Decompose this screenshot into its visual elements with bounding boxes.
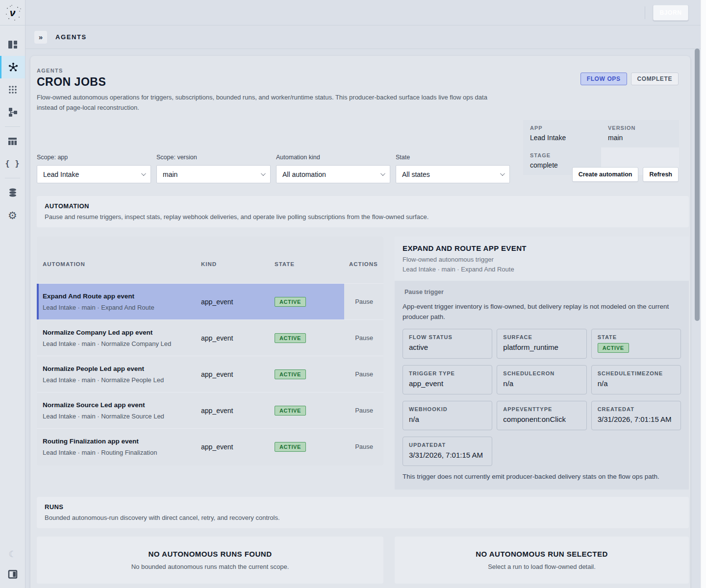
state-cell: ACTIVE bbox=[275, 333, 350, 343]
automation-cell: Normalize Source Led app eventLead Intak… bbox=[43, 401, 201, 420]
trigger-field: UPDATEDAT3/31/2026, 7:01:15 AM bbox=[403, 437, 492, 466]
table-row: Expand And Route app eventLead Intake · … bbox=[37, 283, 383, 319]
trigger-field-value: active bbox=[409, 343, 486, 351]
filter-label: Automation kind bbox=[276, 154, 390, 161]
table-row: Routing Finalization app eventLead Intak… bbox=[37, 428, 383, 465]
pause-button[interactable]: Pause bbox=[355, 298, 373, 305]
filter-label: Scope: app bbox=[37, 154, 151, 161]
trigger-field-value: n/a bbox=[503, 379, 580, 388]
trigger-field-label: WEBHOOKID bbox=[409, 406, 486, 412]
automation-row-button[interactable]: Normalize People Led app eventLead Intak… bbox=[37, 356, 344, 392]
trigger-field: SURFACEplatform_runtime bbox=[497, 329, 586, 359]
grid-dots-icon bbox=[8, 85, 17, 94]
runs-empty-detail-card: NO AUTONOMOUS RUN SELECTED Select a run … bbox=[395, 537, 689, 584]
logo-glyph: ν bbox=[10, 7, 16, 19]
actions-cell: Pause bbox=[344, 284, 383, 319]
scope-version-label: VERSION bbox=[608, 125, 672, 131]
filter-select-1[interactable]: main bbox=[156, 165, 271, 183]
pause-button[interactable]: Pause bbox=[355, 370, 373, 378]
sidebar-expand-button[interactable]: » bbox=[34, 31, 47, 44]
trigger-field-value: n/a bbox=[409, 415, 486, 423]
main-content: AGENTS CRON JOBS Flow-owned autonomous o… bbox=[30, 56, 690, 588]
filter-select-2[interactable]: All automation bbox=[276, 165, 390, 183]
automation-cell: Expand And Route app eventLead Intake · … bbox=[43, 293, 201, 311]
flow-ops-toggle[interactable]: FLOW OPS bbox=[580, 73, 627, 85]
automation-split: AUTOMATION KIND STATE ACTIONS Expand And… bbox=[37, 237, 689, 490]
trigger-field-label: FLOW STATUS bbox=[409, 334, 486, 340]
filter-label: State bbox=[396, 154, 510, 161]
automation-subtitle: Lead Intake · main · Normalize Company L… bbox=[43, 340, 201, 347]
sidebar-item-pipeline[interactable] bbox=[0, 101, 25, 123]
actions-cell: Pause bbox=[344, 356, 383, 392]
filter-selected-value: All states bbox=[402, 171, 430, 178]
automation-subtitle: Lead Intake · main · Normalize People Le… bbox=[43, 376, 201, 384]
column-header-state: STATE bbox=[275, 261, 349, 267]
kind-cell: app_event bbox=[201, 298, 275, 306]
filter-select-3[interactable]: All states bbox=[396, 165, 510, 183]
kind-cell: app_event bbox=[201, 443, 275, 451]
filter-group-0: Scope: appLead Intake bbox=[37, 154, 151, 183]
table-row: Normalize Source Led app eventLead Intak… bbox=[37, 392, 383, 428]
complete-toggle[interactable]: COMPLETE bbox=[631, 73, 679, 85]
sidebar-item-apps[interactable] bbox=[0, 78, 25, 101]
trigger-field-label: CREATEDAT bbox=[598, 406, 675, 412]
trigger-field-label: STATE bbox=[598, 334, 675, 340]
scrollbar-track[interactable] bbox=[701, 0, 706, 588]
user-button[interactable]: BJORN bbox=[653, 5, 688, 21]
automation-row-button[interactable]: Normalize Source Led app eventLead Intak… bbox=[37, 392, 344, 428]
trigger-field: FLOW STATUSactive bbox=[403, 329, 492, 359]
automation-title: Expand And Route app event bbox=[43, 293, 201, 300]
topbar-divider bbox=[645, 6, 645, 19]
app-logo[interactable]: ν bbox=[0, 0, 25, 25]
theme-toggle[interactable]: ☾ bbox=[8, 549, 16, 560]
page-header: AGENTS CRON JOBS Flow-owned autonomous o… bbox=[37, 62, 689, 189]
sidebar-item-tables[interactable] bbox=[0, 130, 25, 152]
automation-section-title: AUTOMATION bbox=[45, 202, 681, 210]
sidebar-item-settings[interactable]: ⚙ bbox=[0, 204, 25, 226]
pause-button[interactable]: Pause bbox=[355, 407, 373, 414]
panel-toggle[interactable] bbox=[8, 569, 18, 581]
table-body: Expand And Route app eventLead Intake · … bbox=[37, 283, 383, 465]
runs-empty-detail-title: NO AUTONOMOUS RUN SELECTED bbox=[476, 550, 608, 558]
kind-cell: app_event bbox=[201, 407, 275, 415]
topbar: BJORN bbox=[25, 0, 706, 25]
sidebar-divider bbox=[5, 126, 20, 127]
runs-section-title: RUNS bbox=[45, 503, 681, 511]
braces-icon: { } bbox=[5, 159, 20, 168]
trigger-field-value: 3/31/2026, 7:01:15 AM bbox=[409, 451, 486, 459]
automation-row-button[interactable]: Routing Finalization app eventLead Intak… bbox=[37, 429, 344, 465]
automation-row-button[interactable]: Normalize Company Led app eventLead Inta… bbox=[37, 320, 344, 356]
runs-empty-detail-subtitle: Select a run to load flow-owned detail. bbox=[488, 563, 596, 570]
trigger-detail-header: EXPAND AND ROUTE APP EVENT Flow-owned au… bbox=[395, 237, 689, 281]
pause-button[interactable]: Pause bbox=[355, 443, 373, 450]
sidebar-item-automations[interactable] bbox=[0, 56, 25, 78]
scope-app-cell: APP Lead Intake bbox=[523, 120, 601, 147]
trigger-field-value: platform_runtime bbox=[503, 343, 580, 351]
filter-label: Scope: version bbox=[156, 154, 271, 161]
trigger-detail-footnote: This trigger does not currently emit pro… bbox=[403, 473, 681, 480]
sidebar-item-data[interactable] bbox=[0, 181, 25, 204]
gear-icon: ⚙ bbox=[8, 210, 17, 220]
trigger-detail-title: EXPAND AND ROUTE APP EVENT bbox=[403, 244, 681, 252]
trigger-detail-note: App-event trigger inventory is flow-owne… bbox=[403, 302, 670, 322]
sidebar-item-dashboard[interactable] bbox=[0, 33, 25, 56]
trigger-field-grid: FLOW STATUSactiveSURFACEplatform_runtime… bbox=[403, 329, 681, 466]
database-icon bbox=[8, 188, 18, 197]
automation-row-button[interactable]: Expand And Route app eventLead Intake · … bbox=[37, 284, 344, 319]
runs-empty-list-title: NO AUTONOMOUS RUNS FOUND bbox=[149, 550, 272, 558]
scrollbar-thumb[interactable] bbox=[695, 49, 700, 321]
state-badge: ACTIVE bbox=[275, 297, 306, 307]
refresh-button[interactable]: Refresh bbox=[643, 167, 679, 182]
create-automation-button[interactable]: Create automation bbox=[572, 167, 639, 182]
automation-title: Routing Finalization app event bbox=[43, 438, 201, 445]
filter-select-0[interactable]: Lead Intake bbox=[37, 165, 151, 183]
pause-button[interactable]: Pause bbox=[355, 334, 373, 342]
state-cell: ACTIVE bbox=[275, 406, 350, 416]
sidebar-item-code[interactable]: { } bbox=[0, 152, 25, 175]
state-badge: ACTIVE bbox=[275, 406, 306, 416]
pause-trigger-button[interactable]: Pause trigger bbox=[403, 288, 446, 296]
columns-table-icon bbox=[8, 137, 17, 146]
trigger-field-value: component:onClick bbox=[503, 415, 580, 423]
mode-toggle-group: FLOW OPS COMPLETE bbox=[580, 73, 679, 85]
sidebar-divider bbox=[5, 178, 20, 178]
